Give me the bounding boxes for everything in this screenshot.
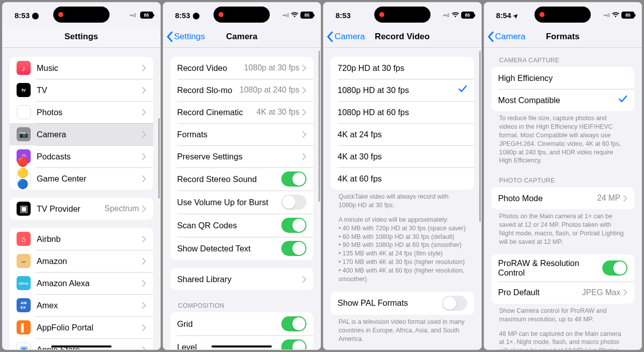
scrollbar[interactable]: [479, 51, 481, 222]
row-show-pal-formats[interactable]: Show PAL Formats: [331, 292, 474, 315]
video-resolution-group: 720p HD at 30 fps 1080p HD at 30 fps 108…: [331, 57, 474, 190]
dynamic-island[interactable]: [374, 7, 431, 23]
toggle-scan-qr[interactable]: [281, 218, 306, 233]
row-shared-library[interactable]: Shared Library: [170, 268, 314, 290]
settings-row-amex[interactable]: AMEX Amex: [10, 294, 153, 316]
scrollbar[interactable]: [158, 118, 160, 199]
amazon-icon: ⌣: [17, 254, 31, 268]
row-formats[interactable]: Formats: [170, 123, 314, 145]
appfolio-icon: ▌: [17, 320, 31, 334]
scrollbar[interactable]: [318, 51, 320, 202]
chevron-right-icon: [142, 206, 146, 212]
home-indicator[interactable]: [211, 345, 272, 347]
battery-icon: 85: [300, 12, 313, 19]
minute-of-video-footer: A minute of video will be approximately:…: [339, 216, 466, 284]
navbar: Settings: [3, 26, 160, 48]
row-record-cinematic[interactable]: Record Cinematic 4K at 30 fps: [170, 101, 314, 123]
row-record-stereo[interactable]: Record Stereo Sound: [170, 167, 314, 191]
toggle-level[interactable]: [281, 339, 306, 349]
chevron-right-icon: [142, 302, 146, 309]
camera-group-main: Record Video 1080p at 30 fps Record Slo-…: [170, 57, 314, 260]
option-4k-30[interactable]: 4K at 30 fps: [331, 145, 474, 167]
settings-row-game-center[interactable]: 🔴🟡🔵🟢 Game Center: [10, 167, 153, 190]
settings-row-photos[interactable]: ❋ Photos: [10, 101, 153, 123]
checkmark-icon: [458, 84, 467, 96]
status-time: 8:53: [15, 11, 30, 20]
settings-group-apple-apps: ♪ Music tv TV ❋ Photos 📷 Camera ⍥ P: [10, 57, 153, 190]
chevron-right-icon: [302, 87, 306, 94]
battery-icon: 85: [461, 12, 474, 19]
cellular-icon: ••ıl: [443, 13, 450, 18]
row-preserve-settings[interactable]: Preserve Settings: [170, 145, 314, 167]
dynamic-island[interactable]: [534, 7, 591, 23]
row-proraw-control[interactable]: ProRAW & Resolution Control: [491, 254, 635, 282]
recording-indicator-icon: [379, 12, 384, 17]
photo-capture-group: Photo Mode 24 MP: [491, 187, 635, 209]
tv-provider-icon: ▣: [17, 202, 31, 216]
cellular-icon: ••ıl: [130, 13, 136, 18]
toggle-grid[interactable]: [281, 316, 306, 331]
tv-icon: tv: [17, 83, 31, 97]
content-scroll[interactable]: CAMERA CAPTURE High Efficiency Most Comp…: [484, 48, 642, 349]
settings-row-tv-provider[interactable]: ▣ TV Provider Spectrum: [10, 198, 153, 220]
row-pro-default[interactable]: Pro Default JPEG Max: [491, 282, 635, 304]
settings-row-appfolio[interactable]: ▌ AppFolio Portal: [10, 316, 153, 338]
row-volume-up-burst[interactable]: Use Volume Up for Burst: [170, 191, 314, 214]
chevron-right-icon: [142, 109, 146, 116]
battery-icon: 85: [621, 12, 634, 19]
chevron-right-icon: [142, 87, 146, 94]
option-high-efficiency[interactable]: High Efficiency: [491, 67, 635, 89]
option-1080p-30[interactable]: 1080p HD at 30 fps: [331, 79, 474, 101]
toggle-record-stereo[interactable]: [281, 171, 306, 187]
settings-row-podcasts[interactable]: ⍥ Podcasts: [10, 145, 153, 167]
content-scroll[interactable]: 720p HD at 30 fps 1080p HD at 30 fps 108…: [324, 48, 481, 349]
chevron-right-icon: [302, 131, 306, 138]
row-show-detected-text[interactable]: Show Detected Text: [170, 237, 314, 260]
content-scroll[interactable]: Record Video 1080p at 30 fps Record Slo-…: [163, 48, 321, 349]
settings-row-music[interactable]: ♪ Music: [10, 57, 153, 79]
pal-footer: PAL is a television video format used in…: [339, 318, 466, 343]
settings-row-apple-store[interactable]: ▣ Apple Store: [10, 338, 153, 349]
chevron-right-icon: [142, 324, 146, 331]
option-most-compatible[interactable]: Most Compatible: [491, 89, 635, 111]
wifi-icon: [612, 11, 619, 20]
status-bar: 8:53 ••ıl 85: [324, 3, 481, 26]
row-record-slomo[interactable]: Record Slo-mo 1080p at 240 fps: [170, 79, 314, 101]
dynamic-island[interactable]: [53, 7, 110, 23]
toggle-proraw-control[interactable]: [602, 260, 627, 276]
chevron-right-icon: [302, 109, 306, 116]
home-indicator[interactable]: [51, 345, 112, 347]
chevron-right-icon: [623, 195, 627, 202]
row-photo-mode[interactable]: Photo Mode 24 MP: [491, 187, 635, 209]
proraw-footer-2: 48 MP can be captured on the Main camera…: [499, 330, 627, 350]
recording-indicator-icon: [58, 12, 63, 17]
settings-row-alexa[interactable]: alexa Amazon Alexa: [10, 272, 153, 294]
chevron-right-icon: [302, 276, 306, 283]
recording-indicator-icon: [219, 12, 224, 17]
back-button[interactable]: Settings: [166, 31, 205, 42]
option-4k-60[interactable]: 4K at 60 fps: [331, 167, 474, 190]
back-button[interactable]: Camera: [327, 31, 365, 42]
settings-row-airbnb[interactable]: ⌂ Airbnb: [10, 228, 153, 250]
row-grid[interactable]: Grid: [170, 312, 314, 335]
navbar: Camera Record Video: [324, 26, 481, 48]
toggle-volume-up-burst[interactable]: [281, 195, 306, 210]
option-1080p-60[interactable]: 1080p HD at 60 fps: [331, 101, 474, 123]
recording-indicator-icon: [540, 12, 545, 17]
content-scroll[interactable]: ♪ Music tv TV ❋ Photos 📷 Camera ⍥ P: [3, 48, 160, 349]
option-720p-30[interactable]: 720p HD at 30 fps: [331, 57, 474, 79]
camera-capture-footer: To reduce file size, capture photos and …: [499, 114, 627, 165]
settings-row-amazon[interactable]: ⌣ Amazon: [10, 250, 153, 272]
option-4k-24[interactable]: 4K at 24 fps: [331, 123, 474, 145]
toggle-show-detected-text[interactable]: [281, 241, 306, 256]
phone-camera-settings: 8:53 ••ıl 85 Settings Camera Record Vide…: [163, 2, 321, 350]
settings-group-third-party: ⌂ Airbnb ⌣ Amazon alexa Amazon Alexa AME…: [10, 228, 153, 349]
toggle-show-pal-formats[interactable]: [442, 296, 467, 311]
row-scan-qr[interactable]: Scan QR Codes: [170, 214, 314, 237]
back-button[interactable]: Camera: [487, 31, 525, 42]
settings-row-tv[interactable]: tv TV: [10, 79, 153, 101]
row-record-video[interactable]: Record Video 1080p at 30 fps: [170, 57, 314, 79]
dynamic-island[interactable]: [213, 7, 270, 23]
settings-row-camera[interactable]: 📷 Camera: [10, 123, 153, 145]
proraw-group: ProRAW & Resolution Control Pro Default …: [491, 254, 635, 304]
